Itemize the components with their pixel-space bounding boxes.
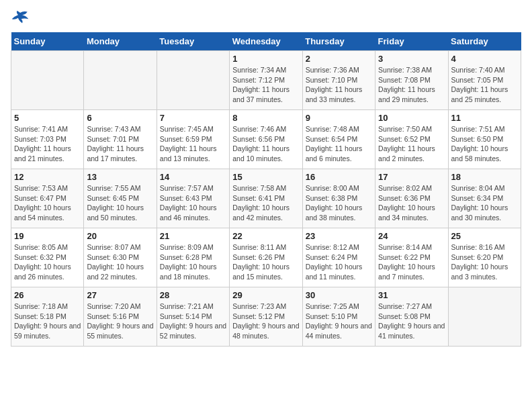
day-number: 13 <box>87 172 153 182</box>
day-number: 24 <box>378 231 445 241</box>
day-detail: Sunrise: 7:45 AM Sunset: 6:59 PM Dayligh… <box>160 124 226 164</box>
day-detail: Sunrise: 7:57 AM Sunset: 6:43 PM Dayligh… <box>160 183 226 223</box>
day-number: 22 <box>232 231 299 241</box>
calendar-cell: 4Sunrise: 7:40 AM Sunset: 7:05 PM Daylig… <box>448 51 521 110</box>
logo <box>11 11 32 24</box>
day-number: 4 <box>451 54 518 64</box>
calendar-week-5: 26Sunrise: 7:18 AM Sunset: 5:18 PM Dayli… <box>11 287 521 347</box>
weekday-header-thursday: Thursday <box>302 32 375 51</box>
day-detail: Sunrise: 8:14 AM Sunset: 6:22 PM Dayligh… <box>378 242 445 282</box>
day-detail: Sunrise: 7:53 AM Sunset: 6:47 PM Dayligh… <box>14 183 81 223</box>
day-number: 21 <box>160 231 226 241</box>
day-number: 6 <box>87 113 153 123</box>
day-number: 9 <box>306 113 372 123</box>
calendar-cell: 8Sunrise: 7:46 AM Sunset: 6:56 PM Daylig… <box>230 110 302 169</box>
page-header <box>11 11 521 24</box>
calendar-cell: 22Sunrise: 8:11 AM Sunset: 6:26 PM Dayli… <box>230 228 302 287</box>
day-detail: Sunrise: 7:34 AM Sunset: 7:12 PM Dayligh… <box>232 65 299 105</box>
day-number: 19 <box>14 231 81 241</box>
day-number: 25 <box>451 231 518 241</box>
day-detail: Sunrise: 8:11 AM Sunset: 6:26 PM Dayligh… <box>232 242 299 282</box>
day-detail: Sunrise: 8:04 AM Sunset: 6:34 PM Dayligh… <box>451 183 518 223</box>
calendar-cell: 24Sunrise: 8:14 AM Sunset: 6:22 PM Dayli… <box>375 228 448 287</box>
day-detail: Sunrise: 7:48 AM Sunset: 6:54 PM Dayligh… <box>306 124 372 164</box>
day-detail: Sunrise: 8:05 AM Sunset: 6:32 PM Dayligh… <box>14 242 81 282</box>
day-detail: Sunrise: 7:41 AM Sunset: 7:03 PM Dayligh… <box>14 124 81 164</box>
calendar-cell: 31Sunrise: 7:27 AM Sunset: 5:08 PM Dayli… <box>375 287 448 347</box>
calendar-cell: 21Sunrise: 8:09 AM Sunset: 6:28 PM Dayli… <box>157 228 229 287</box>
day-detail: Sunrise: 7:23 AM Sunset: 5:12 PM Dayligh… <box>232 302 299 341</box>
calendar-week-3: 12Sunrise: 7:53 AM Sunset: 6:47 PM Dayli… <box>11 169 521 228</box>
day-detail: Sunrise: 7:27 AM Sunset: 5:08 PM Dayligh… <box>378 302 445 341</box>
calendar-week-2: 5Sunrise: 7:41 AM Sunset: 7:03 PM Daylig… <box>11 110 521 169</box>
weekday-header-saturday: Saturday <box>448 32 521 51</box>
calendar-cell: 18Sunrise: 8:04 AM Sunset: 6:34 PM Dayli… <box>448 169 521 228</box>
day-detail: Sunrise: 7:43 AM Sunset: 7:01 PM Dayligh… <box>87 124 153 164</box>
calendar-cell: 17Sunrise: 8:02 AM Sunset: 6:36 PM Dayli… <box>375 169 448 228</box>
calendar-cell: 9Sunrise: 7:48 AM Sunset: 6:54 PM Daylig… <box>302 110 375 169</box>
day-number: 1 <box>232 54 299 64</box>
day-number: 28 <box>160 290 226 300</box>
day-number: 23 <box>306 231 372 241</box>
calendar-week-1: 1Sunrise: 7:34 AM Sunset: 7:12 PM Daylig… <box>11 51 521 110</box>
weekday-header-sunday: Sunday <box>11 32 84 51</box>
day-number: 7 <box>160 113 226 123</box>
day-number: 11 <box>451 113 518 123</box>
calendar-cell: 23Sunrise: 8:12 AM Sunset: 6:24 PM Dayli… <box>302 228 375 287</box>
day-number: 5 <box>14 113 81 123</box>
day-detail: Sunrise: 8:16 AM Sunset: 6:20 PM Dayligh… <box>451 242 518 282</box>
calendar-cell <box>11 51 84 110</box>
calendar-cell: 27Sunrise: 7:20 AM Sunset: 5:16 PM Dayli… <box>84 287 157 347</box>
calendar-cell: 6Sunrise: 7:43 AM Sunset: 7:01 PM Daylig… <box>84 110 157 169</box>
calendar-cell: 12Sunrise: 7:53 AM Sunset: 6:47 PM Dayli… <box>11 169 84 228</box>
weekday-header-friday: Friday <box>375 32 448 51</box>
calendar-cell: 15Sunrise: 7:58 AM Sunset: 6:41 PM Dayli… <box>230 169 302 228</box>
day-detail: Sunrise: 8:07 AM Sunset: 6:30 PM Dayligh… <box>87 242 153 282</box>
day-number: 2 <box>306 54 372 64</box>
calendar-cell: 26Sunrise: 7:18 AM Sunset: 5:18 PM Dayli… <box>11 287 84 347</box>
day-detail: Sunrise: 8:02 AM Sunset: 6:36 PM Dayligh… <box>378 183 445 223</box>
calendar-cell: 14Sunrise: 7:57 AM Sunset: 6:43 PM Dayli… <box>157 169 229 228</box>
day-number: 30 <box>306 290 372 300</box>
calendar-cell <box>157 51 229 110</box>
calendar-cell: 29Sunrise: 7:23 AM Sunset: 5:12 PM Dayli… <box>230 287 302 347</box>
day-number: 20 <box>87 231 153 241</box>
day-detail: Sunrise: 7:36 AM Sunset: 7:10 PM Dayligh… <box>306 65 372 105</box>
calendar-cell: 13Sunrise: 7:55 AM Sunset: 6:45 PM Dayli… <box>84 169 157 228</box>
calendar-cell: 1Sunrise: 7:34 AM Sunset: 7:12 PM Daylig… <box>230 51 302 110</box>
calendar-cell: 19Sunrise: 8:05 AM Sunset: 6:32 PM Dayli… <box>11 228 84 287</box>
day-detail: Sunrise: 8:12 AM Sunset: 6:24 PM Dayligh… <box>306 242 372 282</box>
calendar-cell: 28Sunrise: 7:21 AM Sunset: 5:14 PM Dayli… <box>157 287 229 347</box>
calendar-cell: 2Sunrise: 7:36 AM Sunset: 7:10 PM Daylig… <box>302 51 375 110</box>
day-number: 15 <box>232 172 299 182</box>
day-detail: Sunrise: 8:00 AM Sunset: 6:38 PM Dayligh… <box>306 183 372 223</box>
calendar-cell <box>448 287 521 347</box>
weekday-header-wednesday: Wednesday <box>230 32 302 51</box>
day-detail: Sunrise: 7:46 AM Sunset: 6:56 PM Dayligh… <box>232 124 299 164</box>
day-number: 12 <box>14 172 81 182</box>
calendar-cell: 3Sunrise: 7:38 AM Sunset: 7:08 PM Daylig… <box>375 51 448 110</box>
day-detail: Sunrise: 7:50 AM Sunset: 6:52 PM Dayligh… <box>378 124 445 164</box>
day-number: 8 <box>232 113 299 123</box>
calendar-cell: 16Sunrise: 8:00 AM Sunset: 6:38 PM Dayli… <box>302 169 375 228</box>
day-detail: Sunrise: 8:09 AM Sunset: 6:28 PM Dayligh… <box>160 242 226 282</box>
logo-icon <box>11 11 30 24</box>
calendar-cell: 7Sunrise: 7:45 AM Sunset: 6:59 PM Daylig… <box>157 110 229 169</box>
calendar-table: SundayMondayTuesdayWednesdayThursdayFrid… <box>11 32 521 347</box>
day-number: 10 <box>378 113 445 123</box>
day-detail: Sunrise: 7:55 AM Sunset: 6:45 PM Dayligh… <box>87 183 153 223</box>
calendar-cell: 10Sunrise: 7:50 AM Sunset: 6:52 PM Dayli… <box>375 110 448 169</box>
day-number: 16 <box>306 172 372 182</box>
day-detail: Sunrise: 7:21 AM Sunset: 5:14 PM Dayligh… <box>160 302 226 341</box>
day-detail: Sunrise: 7:40 AM Sunset: 7:05 PM Dayligh… <box>451 65 518 105</box>
day-number: 3 <box>378 54 445 64</box>
calendar-cell: 30Sunrise: 7:25 AM Sunset: 5:10 PM Dayli… <box>302 287 375 347</box>
calendar-cell: 25Sunrise: 8:16 AM Sunset: 6:20 PM Dayli… <box>448 228 521 287</box>
day-detail: Sunrise: 7:58 AM Sunset: 6:41 PM Dayligh… <box>232 183 299 223</box>
day-number: 18 <box>451 172 518 182</box>
day-detail: Sunrise: 7:20 AM Sunset: 5:16 PM Dayligh… <box>87 302 153 341</box>
calendar-cell: 20Sunrise: 8:07 AM Sunset: 6:30 PM Dayli… <box>84 228 157 287</box>
day-detail: Sunrise: 7:25 AM Sunset: 5:10 PM Dayligh… <box>306 302 372 341</box>
weekday-header-monday: Monday <box>84 32 157 51</box>
day-number: 26 <box>14 290 81 300</box>
